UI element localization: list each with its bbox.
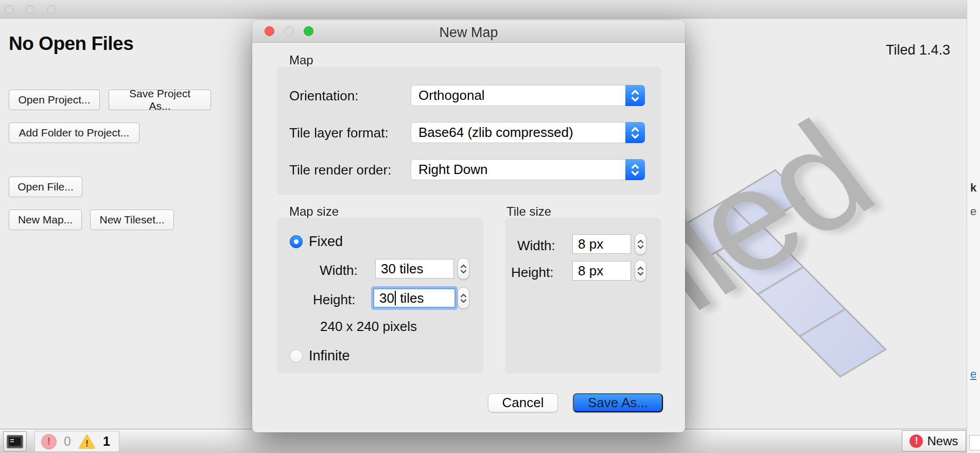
issue-counts-panel[interactable]: ! 0 ! 1 <box>34 431 119 452</box>
map-height-input[interactable]: 30 tiles <box>373 288 456 308</box>
main-titlebar <box>0 0 967 19</box>
minimize-icon[interactable] <box>26 5 34 14</box>
map-group-label: Map <box>289 53 313 67</box>
map-width-stepper[interactable] <box>458 258 469 280</box>
fixed-radio-label: Fixed <box>309 234 343 250</box>
new-map-button[interactable]: New Map... <box>9 210 82 230</box>
error-icon: ! <box>41 434 57 449</box>
edge-link-fragment[interactable]: e <box>970 368 976 381</box>
dialog-titlebar[interactable]: New Map <box>252 20 685 43</box>
news-button[interactable]: ! News <box>902 430 966 451</box>
map-width-label: Width: <box>320 263 358 278</box>
tile-width-input[interactable]: 8 px <box>572 234 631 254</box>
map-pixel-size-text: 240 x 240 pixels <box>320 319 417 335</box>
save-as-button[interactable]: Save As... <box>573 393 663 412</box>
svg-text:!: ! <box>85 439 89 448</box>
chevron-up-down-icon <box>625 159 645 180</box>
tile-layer-format-label: Tile layer format: <box>289 125 389 141</box>
save-project-as-button[interactable]: Save Project As... <box>109 90 211 110</box>
chevron-up-down-icon <box>625 85 645 106</box>
infinite-radio-label: Infinite <box>309 348 350 364</box>
tile-render-order-select[interactable]: Right Down <box>411 159 645 180</box>
fixed-radio[interactable] <box>290 235 303 248</box>
open-file-button[interactable]: Open File... <box>9 177 82 197</box>
chevron-up-down-icon <box>625 122 645 143</box>
version-label: Tiled 1.4.3 <box>886 42 950 58</box>
text-cursor <box>395 291 396 305</box>
chevron-up-icon <box>637 239 644 243</box>
map-size-group-label: Map size <box>289 204 339 219</box>
chevron-up-icon <box>460 264 467 268</box>
statusbar: ! 0 ! 1 ! News <box>0 429 967 453</box>
tile-height-stepper[interactable] <box>635 260 646 282</box>
tile-render-order-label: Tile render order: <box>289 162 391 178</box>
cancel-button[interactable]: Cancel <box>488 393 558 412</box>
news-badge-icon: ! <box>909 434 923 448</box>
warning-icon: ! <box>78 434 96 449</box>
chevron-down-icon <box>637 245 644 249</box>
map-width-input[interactable]: 30 tiles <box>375 259 454 278</box>
map-height-label: Height: <box>313 292 355 308</box>
page-title: No Open Files <box>9 33 133 55</box>
close-icon[interactable] <box>5 5 13 14</box>
background-window-edge: k e e <box>967 0 980 453</box>
chevron-down-icon <box>637 272 644 276</box>
orientation-select[interactable]: Orthogonal <box>411 85 645 106</box>
console-icon <box>7 435 23 448</box>
tile-size-group-label: Tile size <box>506 204 551 219</box>
tile-width-stepper[interactable] <box>635 233 646 255</box>
tile-height-label: Height: <box>511 265 553 281</box>
infinite-radio[interactable] <box>290 350 303 362</box>
open-project-button[interactable]: Open Project... <box>9 90 100 110</box>
tile-height-input[interactable]: 8 px <box>572 261 631 281</box>
add-folder-to-project-button[interactable]: Add Folder to Project... <box>9 123 139 143</box>
error-count: 0 <box>64 434 71 449</box>
edge-text-fragment: k <box>970 181 976 195</box>
warning-count: 1 <box>103 434 110 449</box>
edge-text-fragment: e <box>970 205 976 218</box>
chevron-up-icon <box>460 293 467 298</box>
dialog-title: New Map <box>252 25 685 41</box>
new-map-dialog: New Map Map Orientation: Orthogonal Tile… <box>252 20 685 432</box>
chevron-up-icon <box>637 266 644 270</box>
chevron-down-icon <box>460 270 467 274</box>
console-toggle-button[interactable] <box>3 431 27 451</box>
tile-layer-format-select[interactable]: Base64 (zlib compressed) <box>411 122 645 143</box>
news-label: News <box>927 434 958 448</box>
tile-width-label: Width: <box>517 238 555 254</box>
edge-button-fragment <box>969 435 980 450</box>
new-tileset-button[interactable]: New Tileset... <box>90 210 174 230</box>
chevron-down-icon <box>460 299 467 303</box>
zoom-icon[interactable] <box>47 5 56 14</box>
orientation-label: Orientation: <box>289 88 358 104</box>
map-height-stepper[interactable] <box>458 287 469 309</box>
